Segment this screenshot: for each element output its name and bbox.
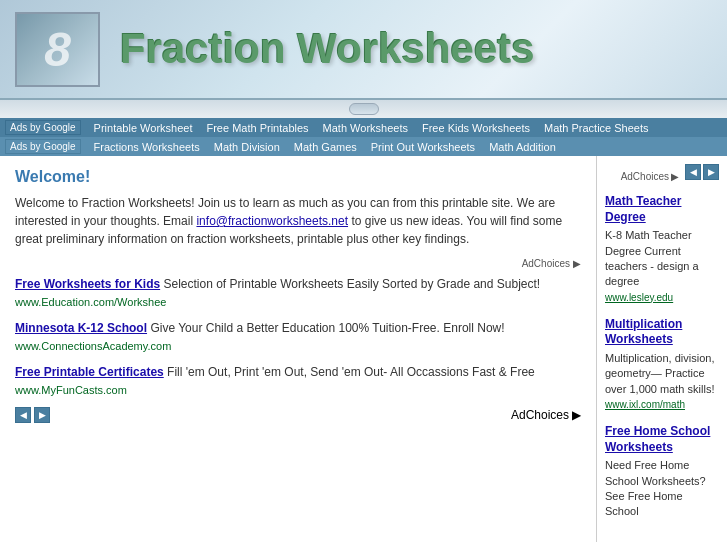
ad-item-2: Free Printable Certificates Fill 'em Out…	[15, 363, 581, 399]
ad-url-1: www.ConnectionsAcademy.com	[15, 340, 171, 352]
next-arrow[interactable]: ▶	[34, 407, 50, 423]
prev-arrow[interactable]: ◀	[15, 407, 31, 423]
nav-link-math-games[interactable]: Math Games	[288, 140, 363, 154]
nav-link-fractions-worksheets[interactable]: Fractions Worksheets	[88, 140, 206, 154]
sidebar-adchoices-bar: AdChoices ▶ ◀ ▶	[605, 164, 719, 188]
sidebar-ad-body-0: K-8 Math Teacher Degree Current teachers…	[605, 229, 699, 287]
sidebar-ad-2: Free Home School Worksheets Need Free Ho…	[605, 424, 719, 520]
nav-link-printable-worksheet[interactable]: Printable Worksheet	[88, 121, 199, 135]
sidebar-ad-url-0[interactable]: www.lesley.edu	[605, 292, 719, 303]
adchoices-bottom-icon: ▶	[572, 408, 581, 422]
ad-url-0: www.Education.com/Workshee	[15, 296, 166, 308]
ads-top-bar: AdChoices ▶	[15, 258, 581, 269]
nav-link-math-worksheets[interactable]: Math Worksheets	[317, 121, 414, 135]
ads-bottom-bar: ◀ ▶ AdChoices ▶	[15, 407, 581, 423]
nav-bar-2: Ads by Google Fractions Worksheets Math …	[0, 137, 727, 156]
nav-link-math-division[interactable]: Math Division	[208, 140, 286, 154]
ad-item-1: Minnesota K-12 School Give Your Child a …	[15, 319, 581, 355]
divider-handle	[349, 103, 379, 115]
sidebar-nav-arrows: ◀ ▶	[685, 164, 719, 180]
sidebar-next-arrow[interactable]: ▶	[703, 164, 719, 180]
page-header: 8 Fraction Worksheets	[0, 0, 727, 100]
site-title: Fraction Worksheets	[120, 25, 535, 73]
ads-by-google-label-1: Ads by Google	[5, 120, 81, 135]
sidebar-ad-1: Multiplication Worksheets Multiplication…	[605, 317, 719, 410]
nav-link-free-math-printables[interactable]: Free Math Printables	[200, 121, 314, 135]
sidebar-ad-title-2[interactable]: Free Home School Worksheets	[605, 424, 719, 455]
sidebar-ad-title-0[interactable]: Math Teacher Degree	[605, 194, 719, 225]
sidebar-ad-body-2: Need Free Home School Worksheets? See Fr…	[605, 459, 706, 517]
nav-link-math-addition[interactable]: Math Addition	[483, 140, 562, 154]
adchoices-bottom-label: AdChoices	[511, 408, 569, 422]
ad-body-0: Selection of Printable Worksheets Easily…	[164, 277, 541, 291]
nav-bar-1: Ads by Google Printable Worksheet Free M…	[0, 118, 727, 137]
ad-url-2: www.MyFunCasts.com	[15, 384, 127, 396]
nav-link-free-kids-worksheets[interactable]: Free Kids Worksheets	[416, 121, 536, 135]
sidebar-prev-arrow[interactable]: ◀	[685, 164, 701, 180]
intro-paragraph: Welcome to Fraction Worksheets! Join us …	[15, 194, 581, 248]
email-link[interactable]: info@fractionworksheets.net	[196, 214, 348, 228]
sidebar: AdChoices ▶ ◀ ▶ Math Teacher Degree K-8 …	[597, 156, 727, 542]
main-wrapper: Welcome! Welcome to Fraction Worksheets!…	[0, 156, 727, 542]
ad-title-2[interactable]: Free Printable Certificates	[15, 365, 164, 379]
sidebar-ad-url-1[interactable]: www.ixl.com/math	[605, 399, 719, 410]
nav-link-math-practice-sheets[interactable]: Math Practice Sheets	[538, 121, 655, 135]
sidebar-ad-0: Math Teacher Degree K-8 Math Teacher Deg…	[605, 194, 719, 303]
sidebar-ad-body-1: Multiplication, division, geometry— Prac…	[605, 352, 714, 395]
header-divider	[0, 100, 727, 118]
site-logo: 8	[15, 12, 100, 87]
welcome-heading: Welcome!	[15, 168, 581, 186]
sidebar-adchoices-icon: ▶	[671, 171, 679, 182]
adchoices-icon-content: ▶	[573, 258, 581, 269]
adchoices-label-content: AdChoices	[522, 258, 570, 269]
ad-body-2: Fill 'em Out, Print 'em Out, Send 'em Ou…	[167, 365, 535, 379]
ad-body-1: Give Your Child a Better Education 100% …	[150, 321, 504, 335]
sidebar-adchoices-label: AdChoices	[621, 171, 669, 182]
ad-title-0[interactable]: Free Worksheets for Kids	[15, 277, 160, 291]
sidebar-ad-title-1[interactable]: Multiplication Worksheets	[605, 317, 719, 348]
main-content: Welcome! Welcome to Fraction Worksheets!…	[0, 156, 597, 542]
logo-number: 8	[44, 22, 71, 77]
nav-link-print-out-worksheets[interactable]: Print Out Worksheets	[365, 140, 481, 154]
ad-title-1[interactable]: Minnesota K-12 School	[15, 321, 147, 335]
ads-by-google-label-2: Ads by Google	[5, 139, 81, 154]
ad-item-0: Free Worksheets for Kids Selection of Pr…	[15, 275, 581, 311]
